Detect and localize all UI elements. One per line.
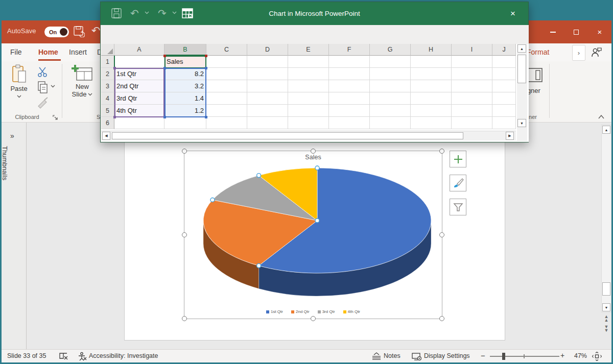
display-settings-button[interactable]: Display Settings bbox=[424, 352, 470, 359]
cell-I6[interactable] bbox=[452, 117, 492, 129]
column-header-D[interactable]: D bbox=[247, 44, 288, 56]
select-all-corner[interactable] bbox=[101, 44, 114, 56]
row-header-1[interactable]: 1 bbox=[101, 56, 114, 68]
cell-I5[interactable] bbox=[452, 105, 492, 117]
cell-F6[interactable] bbox=[329, 117, 370, 129]
sheet-horizontal-scrollbar[interactable]: ◀ ▶ bbox=[101, 131, 516, 140]
cell-H4[interactable] bbox=[411, 92, 452, 105]
sheet-scroll-right-button[interactable]: ▶ bbox=[506, 132, 514, 140]
legend-item-2[interactable]: 2nd Qtr bbox=[291, 309, 310, 314]
format-painter-icon[interactable] bbox=[36, 97, 50, 109]
accessibility-person-icon[interactable] bbox=[78, 352, 87, 361]
new-slide-button[interactable]: New Slide bbox=[66, 64, 99, 98]
cell-C3[interactable] bbox=[206, 80, 247, 92]
tab-format-contextual[interactable]: Format bbox=[527, 43, 549, 61]
collapse-ribbon-chevron-icon[interactable] bbox=[597, 114, 605, 120]
chart-selection-handle[interactable] bbox=[439, 149, 444, 154]
cell-E1[interactable] bbox=[288, 56, 329, 68]
column-header-I[interactable]: I bbox=[452, 44, 492, 56]
cell-F5[interactable] bbox=[329, 105, 370, 117]
column-header-C[interactable]: C bbox=[206, 44, 247, 56]
cell-B3[interactable]: 3.2 bbox=[164, 80, 206, 92]
tab-home[interactable]: Home bbox=[38, 43, 58, 61]
chart-selection-handle[interactable] bbox=[182, 232, 187, 237]
cell-D4[interactable] bbox=[247, 92, 288, 105]
cell-I2[interactable] bbox=[452, 68, 492, 80]
cell-J4[interactable] bbox=[492, 92, 516, 105]
clipboard-dialog-launcher-icon[interactable] bbox=[53, 115, 58, 120]
save-icon[interactable] bbox=[73, 25, 85, 37]
cell-H2[interactable] bbox=[411, 68, 452, 80]
cell-G3[interactable] bbox=[370, 80, 411, 92]
cell-B1[interactable]: Sales bbox=[164, 56, 206, 68]
chart-selection-handle[interactable] bbox=[439, 316, 444, 321]
cell-H3[interactable] bbox=[411, 80, 452, 92]
row-header-4[interactable]: 4 bbox=[101, 92, 114, 105]
spell-check-icon[interactable] bbox=[59, 352, 68, 360]
zoom-in-button[interactable]: + bbox=[560, 351, 564, 359]
cell-G5[interactable] bbox=[370, 105, 411, 117]
accessibility-status[interactable]: Accessibility: Investigate bbox=[89, 352, 158, 359]
cell-A5[interactable]: 4th Qtr bbox=[114, 105, 164, 117]
zoom-slider-track[interactable] bbox=[490, 356, 559, 357]
cell-F4[interactable] bbox=[329, 92, 370, 105]
cell-I1[interactable] bbox=[452, 56, 492, 68]
cell-A2[interactable]: 1st Qtr bbox=[114, 68, 164, 80]
cut-scissors-icon[interactable] bbox=[36, 66, 49, 78]
thumbnails-pane-collapsed[interactable]: » Thumbnails bbox=[2, 123, 27, 349]
close-button[interactable]: × bbox=[588, 20, 611, 43]
sheet-scroll-down-button[interactable]: ▼ bbox=[517, 119, 526, 127]
autosave-toggle[interactable]: On bbox=[44, 27, 69, 37]
cell-D1[interactable] bbox=[247, 56, 288, 68]
cell-H1[interactable] bbox=[411, 56, 452, 68]
column-header-E[interactable]: E bbox=[288, 44, 329, 56]
chart-styles-button[interactable] bbox=[450, 175, 466, 191]
scrollbar-thumb[interactable] bbox=[602, 282, 610, 296]
next-slide-button[interactable]: ▼ ▼ bbox=[602, 325, 610, 332]
share-person-icon[interactable] bbox=[590, 46, 603, 59]
cell-C4[interactable] bbox=[206, 92, 247, 105]
cell-J1[interactable] bbox=[492, 56, 516, 68]
copy-chevron-down-icon[interactable] bbox=[51, 85, 55, 88]
cell-I4[interactable] bbox=[452, 92, 492, 105]
chart-elements-button[interactable] bbox=[450, 151, 466, 167]
undo-icon[interactable]: ↶ bbox=[91, 25, 101, 39]
chart-selection-handle[interactable] bbox=[439, 232, 444, 237]
chart-selection-handle[interactable] bbox=[311, 316, 316, 321]
cell-B2[interactable]: 8.2 bbox=[164, 68, 206, 80]
sheet-hscroll-thumb[interactable] bbox=[112, 132, 463, 139]
cell-J6[interactable] bbox=[492, 117, 516, 129]
cell-J5[interactable] bbox=[492, 105, 516, 117]
cell-C1[interactable] bbox=[206, 56, 247, 68]
copy-icon[interactable] bbox=[36, 81, 49, 94]
cell-E4[interactable] bbox=[288, 92, 329, 105]
cell-B4[interactable]: 1.4 bbox=[164, 92, 206, 105]
notes-button[interactable]: Notes bbox=[384, 352, 400, 359]
cell-E5[interactable] bbox=[288, 105, 329, 117]
cell-D3[interactable] bbox=[247, 80, 288, 92]
cell-J2[interactable] bbox=[492, 68, 516, 80]
scroll-down-button[interactable]: ▼ bbox=[602, 303, 610, 311]
cell-F2[interactable] bbox=[329, 68, 370, 80]
sheet-scroll-left-button[interactable]: ◀ bbox=[102, 132, 110, 140]
cell-A4[interactable]: 3rd Qtr bbox=[114, 92, 164, 105]
cell-H6[interactable] bbox=[411, 117, 452, 129]
cell-E2[interactable] bbox=[288, 68, 329, 80]
column-header-J[interactable]: J bbox=[492, 44, 516, 56]
cell-G6[interactable] bbox=[370, 117, 411, 129]
cell-A1[interactable] bbox=[114, 56, 164, 68]
column-header-G[interactable]: G bbox=[370, 44, 411, 56]
sheet-vertical-scrollbar[interactable]: ▲ ▼ bbox=[517, 44, 527, 141]
slide-indicator[interactable]: Slide 33 of 35 bbox=[7, 352, 46, 359]
chart-selection-handle[interactable] bbox=[182, 316, 187, 321]
pie-chart[interactable] bbox=[184, 151, 443, 320]
cell-E6[interactable] bbox=[288, 117, 329, 129]
row-header-6[interactable]: 6 bbox=[101, 117, 114, 129]
zoom-slider-thumb[interactable] bbox=[502, 353, 505, 360]
cell-D5[interactable] bbox=[247, 105, 288, 117]
legend-item-3[interactable]: 3rd Qtr bbox=[318, 309, 335, 314]
cell-A6[interactable] bbox=[114, 117, 164, 129]
cell-D6[interactable] bbox=[247, 117, 288, 129]
legend-item-1[interactable]: 1st Qtr bbox=[266, 309, 283, 314]
scroll-up-button[interactable]: ▲ bbox=[602, 126, 610, 134]
